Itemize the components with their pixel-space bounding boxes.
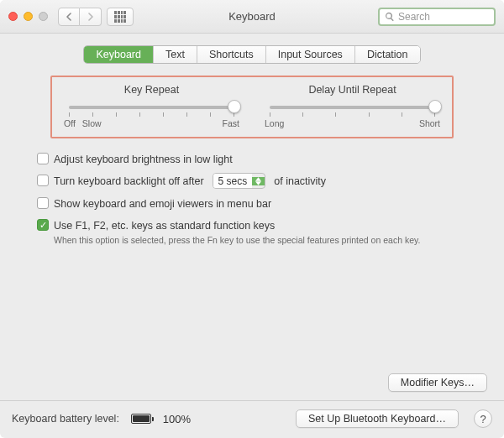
key-repeat-title: Key Repeat	[64, 84, 239, 96]
grid-icon	[114, 11, 126, 23]
backlight-timeout-select[interactable]: 5 secs	[213, 173, 266, 189]
key-repeat-slider[interactable]	[69, 106, 234, 109]
option-show-viewers: Show keyboard and emoji viewers in menu …	[37, 196, 467, 211]
delay-repeat-labels: Long Short	[265, 118, 440, 128]
footer: Keyboard battery level: 100% Set Up Blue…	[0, 401, 504, 438]
option-backlight-off: Turn keyboard backlight off after 5 secs…	[37, 174, 467, 190]
checkbox-fn-keys[interactable]	[37, 219, 49, 231]
forward-button[interactable]	[80, 8, 102, 26]
tabs: Keyboard Text Shortcuts Input Sources Di…	[13, 45, 491, 64]
checkbox-brightness-low-light[interactable]	[37, 153, 49, 164]
content-area: Keyboard Text Shortcuts Input Sources Di…	[0, 34, 504, 400]
options-list: Adjust keyboard brightness in low light …	[37, 152, 467, 245]
repeat-sliders-group: Key Repeat Off Slow Fast Delay Until Rep…	[50, 76, 454, 138]
chevron-right-icon	[87, 13, 94, 21]
window-controls	[8, 12, 48, 21]
label-fn-keys: Use F1, F2, etc. keys as standard functi…	[54, 218, 275, 233]
backlight-timeout-value: 5 secs	[213, 174, 253, 189]
stepper-icon	[252, 177, 265, 185]
bluetooth-setup-button[interactable]: Set Up Bluetooth Keyboard…	[296, 409, 459, 428]
nav-buttons	[58, 8, 102, 26]
tab-keyboard[interactable]: Keyboard	[84, 46, 154, 63]
label-show-viewers: Show keyboard and emoji viewers in menu …	[54, 196, 271, 211]
delay-repeat-ticks	[270, 112, 435, 117]
hint-fn-keys: When this option is selected, press the …	[54, 235, 467, 245]
delay-repeat-slider[interactable]	[270, 106, 435, 109]
checkbox-backlight-off[interactable]	[37, 175, 49, 186]
checkbox-show-viewers[interactable]	[37, 197, 49, 209]
back-button[interactable]	[58, 8, 80, 26]
minimize-window-button[interactable]	[24, 12, 33, 21]
tab-input-sources[interactable]: Input Sources	[266, 46, 355, 63]
delay-repeat-section: Delay Until Repeat Long Short	[265, 84, 440, 128]
delay-repeat-thumb[interactable]	[428, 100, 442, 113]
search-input[interactable]: Search	[378, 8, 496, 26]
zoom-window-button[interactable]	[39, 12, 48, 21]
search-placeholder: Search	[398, 11, 430, 23]
close-window-button[interactable]	[8, 12, 18, 21]
keyboard-prefs-window: Keyboard Search Keyboard Text Shortcuts …	[0, 0, 504, 438]
tab-shortcuts[interactable]: Shortcuts	[197, 46, 266, 63]
option-fn-keys: Use F1, F2, etc. keys as standard functi…	[37, 218, 467, 233]
tab-dictation[interactable]: Dictation	[355, 46, 420, 63]
option-brightness-low-light: Adjust keyboard brightness in low light	[37, 152, 467, 167]
battery-percent: 100%	[163, 413, 191, 425]
key-repeat-labels: Off Slow Fast	[64, 118, 239, 128]
titlebar: Keyboard Search	[0, 0, 504, 34]
search-icon	[385, 12, 395, 22]
tabbar: Keyboard Text Shortcuts Input Sources Di…	[83, 45, 420, 64]
label-backlight-off-before: Turn keyboard backlight off after	[54, 174, 204, 189]
key-repeat-thumb[interactable]	[228, 100, 241, 113]
tab-text[interactable]: Text	[154, 46, 197, 63]
label-backlight-off-after: of inactivity	[274, 174, 326, 189]
battery-label: Keyboard battery level:	[12, 413, 119, 425]
modifier-keys-button[interactable]: Modifier Keys…	[388, 373, 487, 392]
chevron-left-icon	[66, 13, 72, 21]
delay-repeat-title: Delay Until Repeat	[265, 84, 440, 96]
battery-icon	[131, 414, 151, 424]
modifier-keys-row: Modifier Keys…	[13, 373, 491, 400]
key-repeat-ticks	[69, 112, 234, 117]
show-all-button[interactable]	[107, 8, 134, 26]
key-repeat-section: Key Repeat Off Slow Fast	[64, 84, 239, 128]
label-brightness-low-light: Adjust keyboard brightness in low light	[54, 152, 233, 167]
battery-fill	[133, 415, 150, 422]
help-button[interactable]: ?	[474, 409, 492, 428]
